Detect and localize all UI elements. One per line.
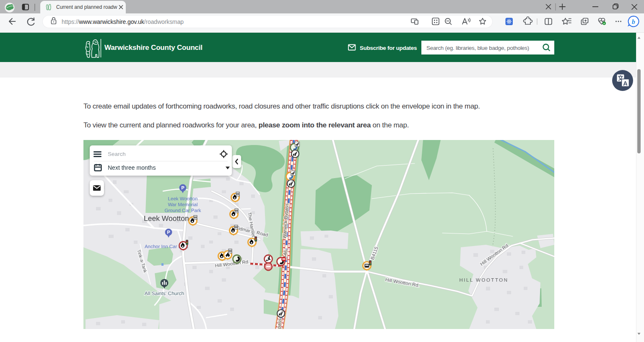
svg-text:Leek Wootton: Leek Wootton	[144, 214, 189, 223]
svg-text:Ground Car Park: Ground Car Park	[165, 208, 201, 213]
svg-text:A: A	[623, 80, 628, 87]
svg-text:War Memorial: War Memorial	[168, 202, 197, 207]
svg-text:HILL WOOTTON: HILL WOOTTON	[460, 278, 509, 283]
svg-text:b: b	[632, 18, 635, 26]
svg-text:Leek Wootton: Leek Wootton	[168, 197, 198, 202]
svg-text:P: P	[181, 186, 184, 191]
svg-text:pass: pass	[277, 318, 283, 329]
svg-text:All Saints' Church: All Saints' Church	[145, 290, 184, 296]
